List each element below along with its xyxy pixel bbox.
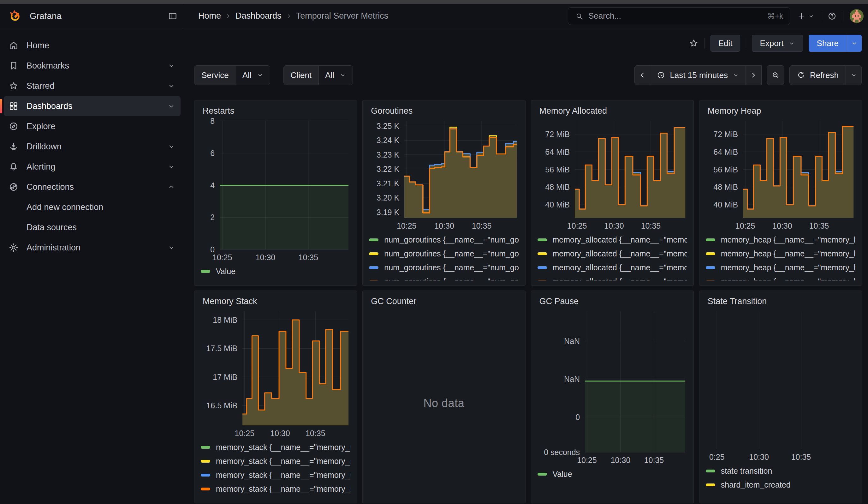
panel-title[interactable]: GC Counter bbox=[371, 297, 519, 306]
sidebar-item-connections[interactable]: Connections bbox=[4, 177, 180, 197]
add-new-button[interactable] bbox=[797, 11, 814, 21]
panel-title[interactable]: Goroutines bbox=[371, 106, 519, 116]
sidebar-item-home[interactable]: Home bbox=[4, 35, 180, 55]
chevron-right-icon bbox=[285, 13, 292, 20]
clock-icon bbox=[657, 71, 665, 80]
legend-item[interactable]: num_goroutines {__name__="num_goroutines… bbox=[369, 235, 519, 245]
sidebar-item-alerting[interactable]: Alerting bbox=[4, 157, 180, 177]
user-avatar[interactable] bbox=[850, 9, 864, 23]
sidebar-item-administration[interactable]: Administration bbox=[4, 237, 180, 258]
legend-item[interactable]: memory_allocated {__name__="memory_alloc… bbox=[538, 277, 687, 280]
legend-label: num_goroutines {__name__="num_goroutines… bbox=[384, 263, 519, 272]
search-input[interactable]: Search... ⌘+k bbox=[568, 7, 790, 25]
panel-title[interactable]: Memory Stack bbox=[203, 297, 350, 306]
grafana-logo-icon[interactable] bbox=[8, 9, 22, 23]
sidebar-item-drilldown[interactable]: Drilldown bbox=[4, 136, 180, 157]
client-value-dropdown[interactable]: All bbox=[319, 66, 353, 85]
service-value-dropdown[interactable]: All bbox=[236, 66, 270, 85]
chart-canvas[interactable]: 3.19 K3.20 K3.21 K3.22 K3.23 K3.24 K3.25… bbox=[369, 118, 519, 232]
legend-item[interactable]: memory_stack {__name__="memory_stack" bbox=[201, 456, 350, 466]
dashboard-controls: Service All Client All Last 15 minutes bbox=[194, 65, 862, 85]
panel-title[interactable]: Memory Heap bbox=[707, 106, 855, 116]
sidebar-item-dashboards[interactable]: Dashboards bbox=[4, 96, 180, 116]
legend-item[interactable]: memory_heap {__name__="memory_heap" bbox=[706, 263, 855, 272]
legend-item[interactable]: shard_item_created bbox=[706, 480, 855, 490]
legend-label: num_goroutines {__name__="num_goroutines… bbox=[384, 249, 519, 258]
star-icon[interactable] bbox=[689, 38, 699, 48]
legend-label: num_goroutines {__name__="num_goroutines… bbox=[384, 277, 519, 281]
breadcrumb-home[interactable]: Home bbox=[198, 11, 221, 21]
legend-item[interactable]: memory_stack {__name__="memory_stack" bbox=[201, 470, 350, 480]
legend-swatch bbox=[201, 446, 210, 449]
time-range-picker[interactable]: Last 15 minutes bbox=[650, 65, 746, 85]
chart-canvas[interactable]: 0:2510:3010:35 bbox=[706, 308, 855, 463]
chevron-down-icon bbox=[167, 102, 175, 110]
legend-item[interactable]: num_goroutines {__name__="num_goroutines… bbox=[369, 249, 519, 258]
svg-text:18 MiB: 18 MiB bbox=[213, 316, 237, 324]
sidebar-item-bookmarks[interactable]: Bookmarks bbox=[4, 55, 180, 76]
svg-text:0 seconds: 0 seconds bbox=[544, 448, 580, 457]
panel-gc-pause: GC Pause0 seconds0NaNNaN10:2510:3010:35V… bbox=[531, 290, 694, 503]
legend-item[interactable]: num_goroutines {__name__="num_goroutines… bbox=[369, 277, 519, 280]
search-shortcut: ⌘+k bbox=[767, 12, 783, 21]
legend-item[interactable]: memory_allocated {__name__="memory_alloc… bbox=[538, 263, 687, 272]
panel-title[interactable]: Memory Allocated bbox=[539, 106, 687, 116]
legend-item[interactable]: memory_allocated {__name__="memory_alloc… bbox=[538, 235, 687, 245]
chart-canvas[interactable]: 16.5 MiB17 MiB17.5 MiB18 MiB10:2510:3010… bbox=[201, 308, 350, 439]
chart-canvas[interactable]: 0246810:2510:3010:35 bbox=[201, 118, 350, 263]
refresh-label: Refresh bbox=[810, 70, 839, 80]
svg-text:10:30: 10:30 bbox=[256, 253, 276, 262]
chart-canvas[interactable]: 0 seconds0NaNNaN10:2510:3010:35 bbox=[538, 308, 687, 466]
bell-icon bbox=[8, 161, 19, 172]
breadcrumb-current: Temporal Server Metrics bbox=[296, 11, 389, 21]
legend-item[interactable]: memory_stack {__name__="memory_stack" bbox=[201, 442, 350, 452]
chart-canvas[interactable]: 40 MiB48 MiB56 MiB64 MiB72 MiB10:2510:30… bbox=[706, 118, 855, 232]
sidebar-item-starred[interactable]: Starred bbox=[4, 76, 180, 96]
panel-title[interactable]: State Transition bbox=[707, 297, 855, 306]
legend-item[interactable]: memory_allocated {__name__="memory_alloc… bbox=[538, 249, 687, 258]
help-button[interactable] bbox=[827, 11, 837, 21]
sidebar-item-add-new-connection[interactable]: Add new connection bbox=[4, 197, 180, 217]
svg-text:10:35: 10:35 bbox=[299, 253, 319, 262]
svg-text:56 MiB: 56 MiB bbox=[713, 165, 738, 174]
legend-swatch bbox=[706, 238, 715, 241]
svg-text:3.20 K: 3.20 K bbox=[376, 193, 400, 202]
refresh-interval-dropdown[interactable] bbox=[846, 65, 862, 85]
time-shift-back-button[interactable] bbox=[634, 65, 650, 85]
help-icon bbox=[827, 11, 837, 21]
legend-item[interactable]: memory_heap {__name__="memory_heap" bbox=[706, 249, 855, 258]
chart-canvas[interactable]: 40 MiB48 MiB56 MiB64 MiB72 MiB10:2510:30… bbox=[538, 118, 687, 232]
share-button[interactable]: Share bbox=[809, 35, 847, 52]
svg-text:0: 0 bbox=[210, 245, 215, 254]
breadcrumb-dashboards[interactable]: Dashboards bbox=[236, 11, 281, 21]
svg-text:64 MiB: 64 MiB bbox=[545, 147, 570, 156]
sidebar-item-data-sources[interactable]: Data sources bbox=[4, 217, 180, 237]
export-label: Export bbox=[760, 39, 783, 48]
legend-item[interactable]: state transition bbox=[706, 466, 855, 475]
zoom-out-button[interactable] bbox=[767, 65, 784, 85]
export-button[interactable]: Export bbox=[752, 35, 803, 52]
svg-text:40 MiB: 40 MiB bbox=[545, 200, 570, 209]
refresh-button[interactable]: Refresh bbox=[789, 65, 846, 85]
legend-item[interactable]: memory_stack {__name__="memory_stack" bbox=[201, 484, 350, 494]
legend-item[interactable]: num_goroutines {__name__="num_goroutines… bbox=[369, 263, 519, 272]
svg-text:40 MiB: 40 MiB bbox=[713, 200, 738, 209]
panel-title[interactable]: GC Pause bbox=[539, 297, 687, 306]
sidebar-item-explore[interactable]: Explore bbox=[4, 116, 180, 136]
chevron-down-icon bbox=[167, 62, 175, 70]
share-dropdown-button[interactable] bbox=[847, 35, 862, 52]
legend-item[interactable]: memory_heap {__name__="memory_heap" bbox=[706, 235, 855, 245]
panel-memory-stack: Memory Stack16.5 MiB17 MiB17.5 MiB18 MiB… bbox=[194, 290, 357, 503]
panel-title[interactable]: Restarts bbox=[203, 106, 350, 116]
chevron-right-icon bbox=[225, 13, 232, 20]
legend-item[interactable]: Value bbox=[201, 267, 350, 276]
legend-item[interactable]: Value bbox=[538, 469, 687, 479]
chevron-down-icon bbox=[851, 40, 858, 47]
legend-label: memory_allocated {__name__="memory_alloc… bbox=[553, 235, 687, 245]
legend-item[interactable]: memory_heap {__name__="memory_heap" bbox=[706, 277, 855, 280]
legend-label: memory_stack {__name__="memory_stack" bbox=[216, 471, 350, 480]
time-shift-forward-button[interactable] bbox=[746, 65, 762, 85]
split-panes-icon[interactable] bbox=[168, 11, 178, 21]
svg-text:10:35: 10:35 bbox=[641, 222, 661, 230]
edit-button[interactable]: Edit bbox=[711, 35, 741, 52]
